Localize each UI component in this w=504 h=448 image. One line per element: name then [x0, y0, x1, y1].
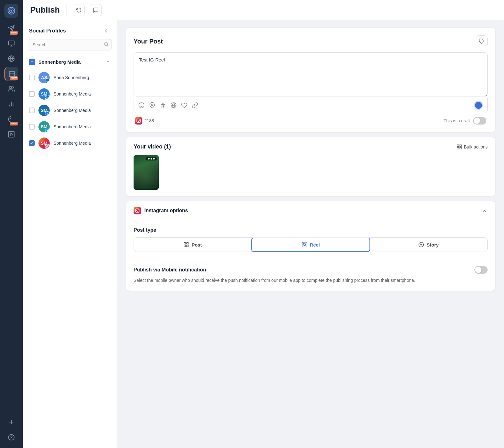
profile-checkbox-4[interactable]: [29, 124, 35, 130]
post-type-reel-label: Reel: [310, 242, 320, 247]
svg-rect-53: [184, 245, 186, 247]
mention-icon[interactable]: [181, 102, 187, 108]
char-count-value: 2188: [144, 118, 154, 123]
ig-options-title-text: Instagram options: [144, 208, 188, 213]
post-toolbar: [134, 98, 488, 113]
mobile-notif-description: Select the mobile owner who should recei…: [134, 277, 488, 284]
search-input[interactable]: [28, 39, 112, 50]
main-container: Publish Social Profiles: [23, 0, 504, 448]
nav-badge-new: NEW: [10, 31, 18, 35]
svg-point-27: [47, 146, 48, 147]
post-meta: 2188 This is a draft: [134, 113, 488, 125]
draft-toggle-switch[interactable]: [473, 117, 486, 125]
nav-item-add[interactable]: [4, 415, 18, 429]
profile-avatar-4: SM: [38, 121, 50, 132]
svg-line-56: [303, 243, 303, 244]
svg-point-11: [9, 86, 12, 89]
record-button[interactable]: [474, 101, 483, 110]
svg-rect-7: [9, 72, 14, 77]
mobile-notif-title: Publish via Mobile notification: [134, 267, 206, 273]
profile-avatar-5: SM: [38, 137, 50, 149]
post-type-story-button[interactable]: Story: [370, 238, 487, 252]
svg-marker-16: [11, 133, 13, 135]
link-icon[interactable]: [192, 102, 198, 108]
sidebar-header: Social Profiles: [23, 20, 117, 39]
svg-point-41: [138, 120, 140, 122]
video-options-overlay[interactable]: [146, 157, 157, 160]
profile-checkbox-2[interactable]: [29, 91, 35, 97]
profile-avatar-1: AS: [38, 72, 50, 83]
app-logo[interactable]: [4, 4, 18, 18]
nav-badge-calendar: NEW: [10, 76, 18, 80]
post-content-textarea[interactable]: Test IG Reel: [134, 52, 488, 96]
profile-list: AS Anna Sonnenberg SM: [23, 68, 117, 156]
left-nav: NEW NEW NEW: [0, 0, 23, 448]
location-icon[interactable]: [149, 102, 155, 108]
profile-checkbox-5[interactable]: [29, 140, 35, 146]
svg-rect-15: [9, 131, 14, 137]
account-group-icon: [29, 59, 35, 65]
nav-item-send[interactable]: NEW: [4, 21, 18, 35]
nav-item-users[interactable]: [4, 82, 18, 96]
profile-checkbox-3[interactable]: [29, 108, 35, 113]
nav-item-media[interactable]: [4, 127, 18, 141]
svg-point-24: [46, 80, 47, 80]
ig-options-header[interactable]: Instagram options: [126, 201, 495, 220]
draft-label: This is a draft: [444, 118, 470, 123]
profile-item[interactable]: AS Anna Sonnenberg: [23, 69, 117, 86]
svg-point-42: [140, 120, 140, 120]
video-thumbnail[interactable]: [134, 155, 159, 190]
search-box: [28, 39, 112, 50]
post-type-post-label: Post: [192, 242, 202, 247]
toggle-knob: [474, 118, 480, 124]
bulk-actions-button[interactable]: Bulk actions: [456, 144, 488, 150]
profile-item[interactable]: SM Sonnenberg Media: [23, 119, 117, 135]
svg-point-49: [138, 210, 139, 210]
svg-rect-51: [187, 242, 188, 244]
profile-item[interactable]: SM Sonnenberg Media: [23, 102, 117, 119]
hashtag-icon[interactable]: [160, 102, 166, 108]
profile-item[interactable]: SM Sonnenberg Media: [23, 86, 117, 102]
sidebar-collapse-button[interactable]: [102, 26, 111, 35]
nav-item-dashboard[interactable]: NEW: [4, 112, 18, 126]
post-type-section: Post type Post: [126, 220, 495, 259]
twitter-badge: [45, 128, 50, 132]
mobile-notif-toggle[interactable]: [474, 266, 488, 274]
svg-rect-26: [46, 145, 49, 148]
profile-checkbox-1[interactable]: [29, 75, 35, 80]
svg-line-58: [306, 246, 306, 246]
svg-rect-50: [184, 242, 186, 244]
profile-item[interactable]: SM Sonnenberg Media: [23, 135, 117, 151]
content-area: Social Profiles: [23, 20, 504, 448]
profile-name-4: Sonnenberg Media: [54, 124, 91, 129]
nav-item-analytics[interactable]: [4, 97, 18, 111]
nav-item-inbox[interactable]: [4, 37, 18, 50]
video-section-title: Your video (1): [134, 143, 171, 150]
svg-rect-44: [460, 145, 461, 146]
facebook-badge: [45, 111, 50, 116]
svg-point-30: [139, 103, 144, 108]
account-group-header[interactable]: Sonnenberg Media: [23, 55, 117, 68]
post-type-reel-button[interactable]: Reel: [251, 237, 370, 252]
top-bar-divider: [66, 5, 66, 15]
post-type-label: Post type: [134, 227, 488, 233]
svg-point-1: [10, 10, 12, 11]
globe-icon[interactable]: [170, 102, 177, 108]
nav-item-help[interactable]: [4, 430, 18, 444]
nav-item-calendar[interactable]: NEW: [4, 67, 18, 81]
svg-line-59: [303, 246, 303, 246]
ig-options-title: Instagram options: [134, 207, 188, 214]
svg-point-48: [137, 210, 138, 212]
top-bar: Publish: [23, 0, 504, 20]
post-type-post-button[interactable]: Post: [134, 238, 252, 252]
nav-badge-dashboard: NEW: [10, 122, 18, 125]
history-button[interactable]: [73, 4, 85, 16]
emoji-icon[interactable]: [138, 102, 145, 108]
tag-button[interactable]: [476, 35, 488, 47]
instagram-badge: [45, 144, 50, 149]
chat-button[interactable]: [90, 4, 102, 16]
nav-item-globe[interactable]: [4, 52, 18, 66]
mobile-notification-section: Publish via Mobile notification Select t…: [126, 259, 495, 291]
profile-avatar-3: SM: [38, 105, 50, 116]
svg-rect-47: [135, 209, 139, 212]
